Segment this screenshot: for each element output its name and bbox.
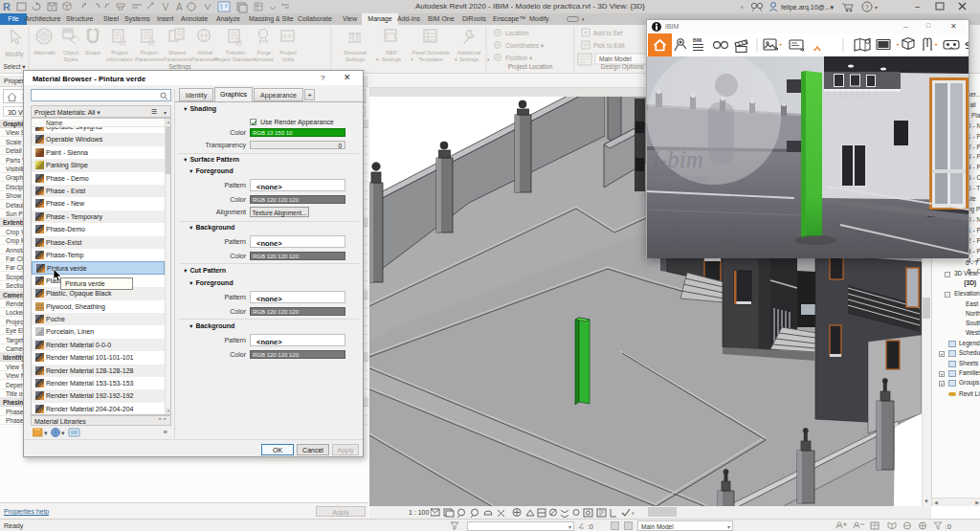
svg-text:Settings: Settings xyxy=(345,56,365,62)
svg-text:Global: Global xyxy=(197,50,212,55)
svg-text:Parameters: Parameters xyxy=(164,56,191,62)
svg-text:Unused: Unused xyxy=(255,56,273,62)
svg-text:MEP: MEP xyxy=(386,50,397,55)
svg-text:‹: ‹ xyxy=(632,509,635,518)
svg-text:Modify: Modify xyxy=(5,51,24,58)
svg-text:BIM: BIM xyxy=(693,37,702,43)
svg-text:Project: Project xyxy=(141,50,158,55)
svg-text:Add to Set: Add to Set xyxy=(593,30,623,36)
svg-text:felipe.arq.10@...▾: felipe.arq.10@...▾ xyxy=(781,4,834,11)
svg-text:▾: ▾ xyxy=(875,5,878,11)
svg-text:Parameters: Parameters xyxy=(135,56,163,62)
svg-text:Styles: Styles xyxy=(63,56,78,62)
svg-text:Location: Location xyxy=(505,30,529,36)
svg-text:MODELING: MODELING xyxy=(656,174,710,184)
svg-text:Pick to Edit: Pick to Edit xyxy=(593,42,625,49)
svg-text:▾: ▾ xyxy=(411,56,413,62)
svg-text:Snaps: Snaps xyxy=(85,50,100,55)
svg-text:Design Options: Design Options xyxy=(601,63,644,71)
svg-text:Structural: Structural xyxy=(344,50,367,55)
svg-text:Object: Object xyxy=(63,50,79,55)
svg-text:–: – xyxy=(915,2,920,11)
svg-text:i-bim: i-bim xyxy=(653,146,703,172)
svg-text:▾: ▾ xyxy=(376,56,379,62)
svg-text:Transfer: Transfer xyxy=(226,50,246,55)
svg-text:▾: ▾ xyxy=(487,56,490,62)
svg-text:?: ? xyxy=(865,4,869,11)
svg-text:Position ▾: Position ▾ xyxy=(505,55,533,61)
svg-text:Units: Units xyxy=(282,56,295,62)
svg-text:Project Location: Project Location xyxy=(508,63,553,71)
svg-text:Templates: Templates xyxy=(418,56,443,62)
svg-text:▾: ▾ xyxy=(44,430,48,436)
svg-text:▾: ▾ xyxy=(61,430,65,436)
svg-text:Settings: Settings xyxy=(382,56,401,62)
svg-text:Purge: Purge xyxy=(257,50,272,55)
svg-text:Materials: Materials xyxy=(33,50,56,55)
svg-text:Shared: Shared xyxy=(168,50,186,55)
svg-text:R: R xyxy=(3,1,11,12)
svg-text:▾: ▾ xyxy=(455,56,457,62)
svg-text:Main Model: Main Model xyxy=(599,55,632,62)
svg-text:Information: Information xyxy=(106,56,133,62)
svg-text:0.0: 0.0 xyxy=(283,33,292,39)
svg-text:Coordinates ▾: Coordinates ▾ xyxy=(505,42,545,49)
svg-text:Project Standards: Project Standards xyxy=(214,56,257,62)
svg-text:Select ▾: Select ▾ xyxy=(3,63,26,70)
svg-text:‹: ‹ xyxy=(741,3,744,11)
svg-text::0: :0 xyxy=(946,523,951,530)
svg-text:Additional: Additional xyxy=(457,50,481,55)
svg-text:Project: Project xyxy=(279,50,297,55)
svg-text:Panel Schedule: Panel Schedule xyxy=(412,50,449,55)
svg-text:Project: Project xyxy=(111,50,128,55)
svg-text:Settings: Settings xyxy=(459,56,479,62)
svg-text::0: :0 xyxy=(588,523,593,530)
